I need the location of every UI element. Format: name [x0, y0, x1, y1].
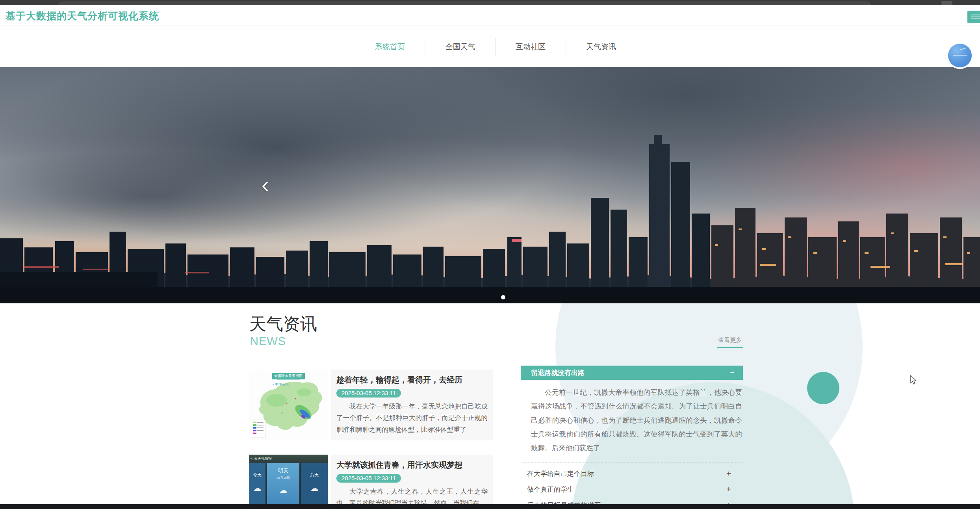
news-item-body: 大学就该抓住青春，用汗水实现梦想 2025-03-05 12:33:11 大学之… — [331, 455, 493, 504]
forecast-detail-mark: · · — [267, 498, 299, 502]
accordion-row[interactable]: 远大的目标是成功的磁石 + — [521, 498, 743, 504]
forecast-caption: 七天天气预报 — [251, 456, 272, 461]
accordion-row[interactable]: 在大学给自己定个目标 + — [521, 466, 743, 482]
nav-divider — [495, 38, 496, 56]
forecast-date-label: 08月10日 — [267, 476, 299, 480]
nav-item-national-weather[interactable]: 全国天气 — [445, 39, 476, 54]
cloud-icon: ☁ — [267, 485, 299, 495]
forecast-panel-today: 今天 ☁ — [249, 463, 265, 504]
news-section-title: 天气资讯 — [249, 313, 317, 336]
news-section: 天气资讯 NEWS 查看更多 全国降水量预报图 中国天气 — [0, 303, 980, 504]
china-rain-map — [249, 370, 328, 440]
news-item-excerpt: 我在大学一年级那一年，毫无悬念地把自己吃成了一个胖子。不是那种巨大的胖子，而是介… — [336, 401, 488, 435]
decor-circle-solid — [807, 372, 839, 404]
news-item[interactable]: 全国降水量预报图 中国天气 趁着年轻，输得起，看得开，去经历 — [249, 370, 493, 440]
main-nav: 系统首页 全国天气 互动社区 天气资讯 — [0, 26, 980, 67]
accordion-title: 做个真正的学生 — [527, 485, 574, 494]
news-item-excerpt: 大学之青春，人生之春，人生之王，人生之华也，宝贵的时光我们理当去珍惜。然而，当我… — [336, 486, 488, 504]
cloud-icon: ☁ — [301, 483, 328, 493]
accordion-row[interactable]: 做个真正的学生 + — [521, 482, 743, 498]
accordion-title: 远大的目标是成功的磁石 — [527, 501, 601, 504]
nav-item-home[interactable]: 系统首页 — [374, 39, 406, 54]
cloud-icon: ☁ — [249, 483, 265, 493]
collapse-icon[interactable]: − — [730, 369, 734, 377]
forecast-panel-day-after: 后天 ☁ — [301, 463, 328, 504]
corner-menu-button[interactable] — [967, 11, 980, 23]
footer-bar — [0, 504, 980, 509]
news-item-title[interactable]: 大学就该抓住青春，用汗水实现梦想 — [336, 460, 488, 470]
city-skyline-image — [0, 67, 980, 303]
forecast-panel-tomorrow: 明天 08月10日 ☁ · · — [267, 463, 299, 504]
news-item[interactable]: 七天天气预报 今天 ☁ 明天 08月10日 ☁ · · 后天 ☁ 大学就该抓住青… — [249, 455, 493, 504]
carousel-dot[interactable] — [501, 295, 505, 299]
news-item-date-badge: 2025-03-05 12:33:11 — [336, 389, 401, 398]
forecast-day-label: 明天 — [267, 467, 299, 474]
forecast-day-label: 今天 — [249, 472, 265, 478]
expand-icon[interactable]: + — [726, 485, 731, 494]
nav-item-community[interactable]: 互动社区 — [515, 39, 546, 54]
nav-row: 系统首页 全国天气 互动社区 天气资讯 — [374, 26, 617, 67]
view-more-link[interactable]: 查看更多 — [717, 336, 743, 348]
expand-icon[interactable]: + — [726, 501, 731, 504]
accordion-content: 公元前一世纪，凯撒大帝率领他的军队抵达了英格兰，他决心要赢得这场战争，不管遇到什… — [521, 380, 743, 463]
map-banner-subline — [277, 379, 300, 380]
news-accordion: 留退路就没有出路 − 公元前一世纪，凯撒大帝率领他的军队抵达了英格兰，他决心要赢… — [521, 366, 743, 504]
accordion-title: 在大学给自己定个目标 — [527, 469, 594, 478]
nav-divider — [566, 38, 566, 56]
menu-icon — [971, 15, 980, 19]
chevron-left-icon: ‹ — [262, 172, 269, 197]
news-section-subtitle: NEWS — [250, 335, 286, 348]
browser-extension-icon[interactable] — [941, 1, 952, 5]
news-item-body: 趁着年轻，输得起，看得开，去经历 2025-03-05 12:33:11 我在大… — [331, 370, 493, 440]
expand-icon[interactable]: + — [726, 469, 731, 478]
accordion-header-expanded[interactable]: 留退路就没有出路 − — [521, 366, 743, 380]
forecast-day-label: 后天 — [301, 472, 328, 478]
user-avatar[interactable] — [948, 44, 972, 67]
news-item-date-badge: 2025-03-05 12:33:11 — [336, 474, 401, 483]
hero-carousel: ‹ — [0, 67, 980, 303]
nav-divider — [425, 38, 425, 56]
news-thumbnail-forecast: 七天天气预报 今天 ☁ 明天 08月10日 ☁ · · 后天 ☁ — [249, 455, 328, 504]
news-thumbnail-rain-map: 全国降水量预报图 中国天气 — [249, 370, 328, 440]
browser-address-bar[interactable] — [59, 2, 870, 5]
accordion-rows: 在大学给自己定个目标 + 做个真正的学生 + 远大的目标是成功的磁石 + — [521, 466, 743, 504]
carousel-prev-button[interactable]: ‹ — [259, 173, 271, 196]
nav-item-weather-news[interactable]: 天气资讯 — [585, 39, 617, 54]
accordion-title: 留退路就没有出路 — [531, 368, 585, 377]
weather-brand-label: 中国天气 — [272, 382, 289, 387]
browser-chrome-bar — [0, 0, 980, 5]
site-title: 基于大数据的天气分析可视化系统 — [6, 9, 159, 22]
news-item-title[interactable]: 趁着年轻，输得起，看得开，去经历 — [336, 375, 488, 385]
app-header: 基于大数据的天气分析可视化系统 — [0, 5, 980, 26]
